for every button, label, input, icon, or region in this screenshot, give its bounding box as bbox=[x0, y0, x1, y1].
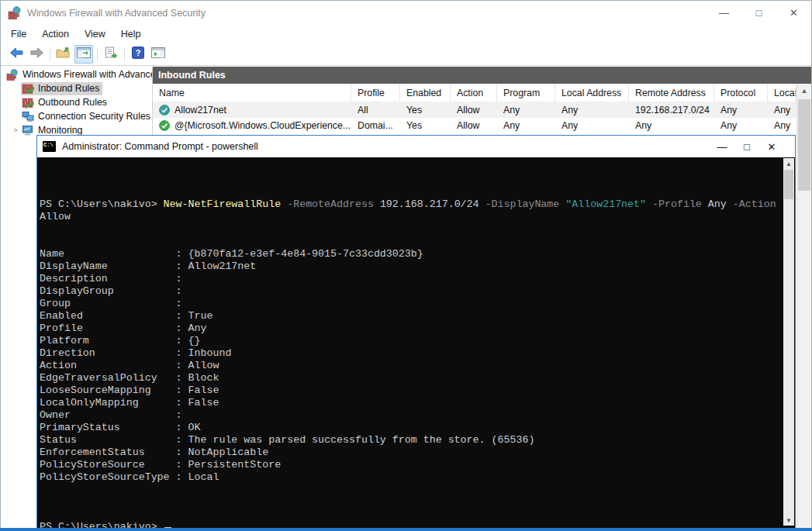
cmd-close-button[interactable]: ✕ bbox=[759, 136, 784, 157]
firewall-minimize-button[interactable]: — bbox=[707, 1, 741, 25]
scroll-down-icon[interactable]: ▼ bbox=[783, 515, 794, 526]
panel-title: Inbound Rules bbox=[153, 67, 811, 84]
column-header-protocol[interactable]: Protocol bbox=[714, 84, 768, 102]
table-row[interactable]: @{Microsoft.Windows.CloudExperience...Do… bbox=[153, 118, 796, 133]
toolbar-separator bbox=[50, 47, 50, 61]
firewall-maximize-button[interactable]: □ bbox=[741, 1, 776, 25]
column-header-profile[interactable]: Profile bbox=[351, 84, 400, 102]
terminal-output-line: Status : The rule was parsed successfull… bbox=[40, 434, 781, 447]
terminal-scrollbar-thumb[interactable] bbox=[784, 170, 793, 199]
connsec-icon bbox=[22, 111, 34, 122]
forward-button[interactable] bbox=[27, 45, 46, 64]
menu-file[interactable]: File bbox=[3, 26, 34, 42]
panel-title-text: Inbound Rules bbox=[158, 70, 226, 81]
terminal-output-line: EnforcementStatus : NotApplicable bbox=[40, 447, 781, 459]
column-header-enabled[interactable]: Enabled bbox=[400, 84, 451, 102]
column-header-action[interactable]: Action bbox=[451, 84, 497, 102]
table-row[interactable]: Allow217netAllYesAllowAnyAny192.168.217.… bbox=[153, 102, 796, 118]
firewall-close-button[interactable]: ✕ bbox=[776, 1, 811, 25]
rule-cell-profile: Domai... bbox=[351, 120, 400, 131]
rule-cell-enabled: Yes bbox=[400, 105, 451, 116]
tree-expander-icon[interactable]: > bbox=[10, 126, 21, 134]
terminal-output-line: Description : bbox=[40, 273, 781, 285]
terminal-output-line: Enabled : True bbox=[40, 310, 781, 322]
tree-item-label: Windows Firewall with Advance bbox=[22, 69, 153, 80]
inbound-icon bbox=[22, 83, 34, 95]
tree-item-outbound-rules[interactable]: Outbound Rules bbox=[1, 95, 152, 109]
rule-cell-local-address: Any bbox=[555, 120, 629, 131]
export-list-icon bbox=[104, 47, 118, 62]
rule-name: Allow217net bbox=[174, 105, 226, 116]
cmd-minimize-button[interactable]: — bbox=[710, 136, 734, 157]
tree-item-windows-firewall-with-advance[interactable]: Windows Firewall with Advance bbox=[1, 67, 152, 81]
tree-item-label: Connection Security Rules bbox=[38, 111, 150, 122]
forward-icon bbox=[29, 47, 44, 62]
back-button[interactable] bbox=[7, 45, 26, 64]
tree-item-inbound-rules[interactable]: Inbound Rules bbox=[1, 81, 152, 95]
terminal-output-line: Profile : Any bbox=[40, 322, 781, 335]
firewall-app-icon bbox=[8, 6, 22, 19]
terminal-line bbox=[40, 174, 781, 186]
firewall-window-title: Windows Firewall with Advanced Security bbox=[27, 8, 206, 19]
column-header-local-p[interactable]: Local P bbox=[768, 84, 796, 102]
rule-name-cell: @{Microsoft.Windows.CloudExperience... bbox=[153, 120, 351, 131]
terminal-command-wrap: Allow bbox=[40, 211, 781, 223]
console-tree-button[interactable] bbox=[74, 45, 93, 64]
terminal-command-line: PS C:\Users\nakivo> New-NetFirewallRule … bbox=[40, 198, 781, 211]
check-green-icon bbox=[159, 120, 170, 131]
terminal-output-line: PrimaryStatus : OK bbox=[40, 422, 781, 434]
rule-cell-action: Allow bbox=[451, 105, 497, 116]
column-header-local-address[interactable]: Local Address bbox=[555, 84, 629, 102]
rules-scrollbar-thumb[interactable] bbox=[798, 99, 810, 191]
terminal-output[interactable]: PS C:\Users\nakivo> New-NetFirewallRule … bbox=[37, 157, 795, 530]
rules-list-scrollbar[interactable]: ▲ bbox=[796, 84, 811, 530]
minimize-icon: — bbox=[719, 7, 729, 19]
back-icon bbox=[9, 47, 24, 62]
rule-cell-profile: All bbox=[351, 105, 400, 116]
rule-cell-action: Allow bbox=[451, 120, 497, 131]
cmd-maximize-button[interactable]: □ bbox=[734, 136, 759, 157]
rule-cell-local-port: Any bbox=[768, 105, 796, 116]
menu-help[interactable]: Help bbox=[113, 26, 149, 42]
rule-cell-protocol: Any bbox=[714, 120, 768, 131]
tree-item-inner: Inbound Rules bbox=[21, 82, 102, 95]
terminal-line bbox=[40, 236, 781, 248]
terminal-output-line: PolicyStoreSourceType : Local bbox=[40, 471, 781, 484]
terminal-output-line: LocalOnlyMapping : False bbox=[40, 397, 781, 409]
terminal-line bbox=[40, 186, 781, 198]
terminal-output-line: EdgeTraversalPolicy : Block bbox=[40, 372, 781, 384]
rule-name: @{Microsoft.Windows.CloudExperience... bbox=[174, 120, 351, 131]
window-bottom-border bbox=[0, 528, 812, 531]
close-icon: ✕ bbox=[790, 7, 798, 19]
tree-item-inner: Outbound Rules bbox=[21, 96, 110, 109]
terminal-output-line: DisplayGroup : bbox=[40, 285, 781, 298]
action-pane-icon bbox=[151, 47, 165, 61]
action-pane-button[interactable] bbox=[149, 45, 168, 64]
menu-action[interactable]: Action bbox=[34, 26, 77, 42]
command-prompt-titlebar[interactable]: C:\ Administrator: Command Prompt - powe… bbox=[37, 136, 795, 157]
tree-item-inner: Connection Security Rules bbox=[21, 110, 153, 123]
rule-name-cell: Allow217net bbox=[153, 105, 351, 116]
column-header-remote-address[interactable]: Remote Address bbox=[629, 84, 714, 102]
menu-view[interactable]: View bbox=[77, 26, 113, 42]
tree-item-label: Inbound Rules bbox=[38, 83, 99, 94]
export-list-button[interactable] bbox=[102, 45, 120, 64]
help-button[interactable]: ? bbox=[129, 45, 147, 64]
scroll-up-icon[interactable]: ▲ bbox=[783, 158, 794, 169]
help-icon: ? bbox=[132, 47, 144, 62]
toolbar-separator bbox=[124, 47, 125, 61]
folder-icon bbox=[56, 47, 71, 62]
svg-text:?: ? bbox=[136, 48, 141, 57]
tree-item-connection-security-rules[interactable]: Connection Security Rules bbox=[1, 109, 152, 123]
column-header-name[interactable]: Name bbox=[153, 84, 351, 102]
command-prompt-window: C:\ Administrator: Command Prompt - powe… bbox=[36, 135, 796, 531]
maximize-icon: □ bbox=[756, 7, 762, 19]
scroll-up-icon[interactable]: ▲ bbox=[797, 84, 811, 97]
terminal-line bbox=[40, 223, 781, 236]
folder-button[interactable] bbox=[54, 45, 73, 64]
close-icon: ✕ bbox=[768, 141, 776, 153]
command-prompt-icon: C:\ bbox=[43, 141, 56, 152]
column-header-program[interactable]: Program bbox=[497, 84, 555, 102]
firewall-titlebar[interactable]: Windows Firewall with Advanced Security … bbox=[1, 1, 811, 25]
terminal-scrollbar[interactable]: ▲ ▼ bbox=[783, 158, 794, 526]
